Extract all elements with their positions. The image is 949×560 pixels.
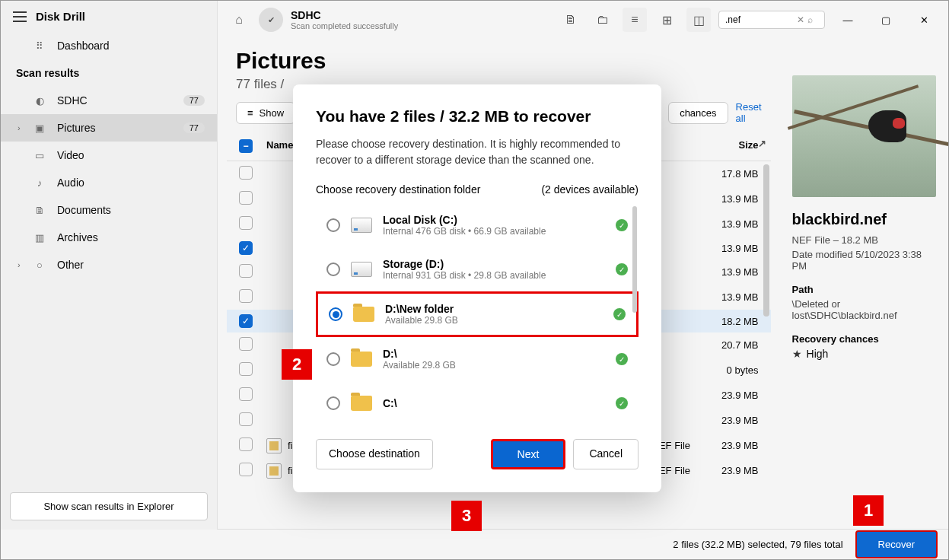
status-ok-icon: ✓ [616, 219, 628, 231]
next-button[interactable]: Next [491, 439, 566, 469]
cancel-button[interactable]: Cancel [573, 439, 639, 469]
radio-button[interactable] [326, 352, 340, 366]
dest-name: D:\New folder [385, 303, 603, 315]
annotation-2: 2 [282, 349, 312, 380]
dest-sub: Internal 476 GB disk • 66.9 GB available [383, 226, 605, 237]
recovery-modal: You have 2 files / 32.2 MB to recover Pl… [293, 84, 661, 492]
dest-sub: Available 29.8 GB [383, 360, 605, 371]
disk-icon [351, 218, 372, 233]
folder-icon [353, 307, 374, 322]
destination-item[interactable]: Storage (D:) Internal 931 GB disk • 29.8… [316, 247, 639, 291]
destination-item[interactable]: C:\ ✓ [316, 381, 639, 424]
destination-item[interactable]: D:\ Available 29.8 GB ✓ [316, 337, 639, 381]
dest-sub: Internal 931 GB disk • 29.8 GB available [383, 270, 605, 281]
folder-icon [351, 352, 372, 367]
dest-name: Storage (D:) [383, 258, 605, 270]
dest-sub: Available 29.8 GB [385, 315, 603, 326]
dest-name: D:\ [383, 348, 605, 360]
destination-item[interactable]: D:\New folder Available 29.8 GB ✓ [316, 291, 639, 337]
dest-name: C:\ [383, 397, 605, 409]
status-ok-icon: ✓ [616, 263, 628, 275]
radio-button[interactable] [326, 262, 340, 276]
radio-button[interactable] [326, 396, 340, 410]
modal-text: Please choose recovery destination. It i… [316, 136, 639, 168]
radio-button[interactable] [329, 307, 342, 321]
radio-button[interactable] [326, 218, 340, 232]
modal-title: You have 2 files / 32.2 MB to recover [316, 107, 639, 126]
scrollbar[interactable] [632, 206, 637, 313]
status-ok-icon: ✓ [616, 353, 628, 365]
dest-name: Local Disk (C:) [383, 214, 605, 226]
folder-icon [351, 396, 372, 411]
choose-destination-button[interactable]: Choose destination [316, 439, 433, 469]
destination-item[interactable]: Local Disk (C:) Internal 476 GB disk • 6… [316, 203, 639, 247]
annotation-3: 3 [451, 501, 482, 531]
annotation-1: 1 [853, 495, 884, 526]
status-ok-icon: ✓ [616, 397, 628, 409]
choose-label: Choose recovery destination folder [316, 183, 480, 196]
status-ok-icon: ✓ [613, 308, 626, 320]
destination-list: Local Disk (C:) Internal 476 GB disk • 6… [316, 203, 639, 424]
disk-icon [351, 262, 372, 277]
devices-count: (2 devices available) [541, 183, 639, 196]
